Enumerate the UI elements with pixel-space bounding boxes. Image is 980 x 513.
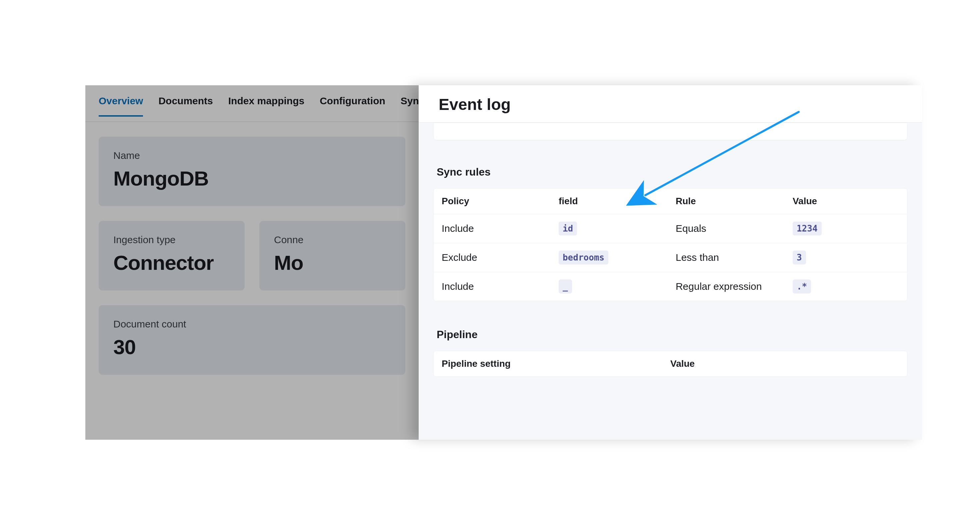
pipeline-header-row: Pipeline setting Value [434, 351, 907, 376]
event-log-flyout: Event log Sync rules Policy field Rule V… [418, 85, 922, 440]
policy-cell: Include [442, 223, 558, 234]
policy-cell: Exclude [442, 252, 558, 263]
rule-cell: Less than [676, 252, 793, 263]
field-chip: _ [558, 280, 572, 294]
sync-rules-section: Sync rules Policy field Rule Value Inclu… [433, 159, 907, 301]
card-name: Name MongoDB [99, 137, 405, 206]
card-ingestion-type: Ingestion type Connector [99, 221, 245, 291]
card-document-count: Document count 30 [99, 305, 405, 375]
sync-rule-row: Include _ Regular expression .* [434, 272, 907, 301]
ingestion-value: Connector [113, 251, 230, 275]
field-chip: id [558, 222, 577, 235]
pipeline-setting-header: Pipeline setting [442, 359, 670, 369]
field-chip: bedrooms [558, 251, 608, 265]
pipeline-value-header: Value [670, 359, 899, 369]
connector-value: Mo [274, 251, 391, 275]
connector-label: Conne [274, 234, 391, 246]
overview-panel: Overview Documents Index mappings Config… [85, 85, 418, 440]
header-field: field [558, 196, 676, 206]
value-chip: 1234 [793, 222, 822, 235]
name-label: Name [113, 150, 391, 161]
name-value: MongoDB [113, 167, 391, 190]
pipeline-title: Pipeline [433, 321, 907, 351]
header-value: Value [793, 196, 899, 206]
tab-bar: Overview Documents Index mappings Config… [85, 85, 418, 122]
sync-rules-header-row: Policy field Rule Value [434, 189, 907, 214]
tab-documents[interactable]: Documents [158, 95, 213, 115]
header-rule: Rule [676, 196, 793, 206]
rule-cell: Equals [676, 223, 793, 234]
rule-cell: Regular expression [676, 281, 793, 292]
sync-rules-table: Policy field Rule Value Include id Equal… [433, 188, 907, 301]
header-policy: Policy [442, 196, 558, 206]
policy-cell: Include [442, 281, 558, 292]
tab-overview[interactable]: Overview [99, 95, 143, 117]
value-chip: .* [793, 280, 811, 294]
tab-sync[interactable]: Sync [401, 95, 418, 115]
ingestion-label: Ingestion type [113, 234, 230, 246]
doc-count-value: 30 [113, 335, 391, 359]
flyout-header: Event log [418, 85, 922, 122]
card-connector: Conne Mo [259, 221, 405, 291]
flyout-title: Event log [439, 95, 902, 114]
previous-section-edge [433, 122, 907, 141]
pipeline-section: Pipeline Pipeline setting Value [433, 321, 907, 377]
pipeline-table: Pipeline setting Value [433, 351, 907, 377]
tab-configuration[interactable]: Configuration [320, 95, 385, 115]
sync-rule-row: Exclude bedrooms Less than 3 [434, 243, 907, 272]
doc-count-label: Document count [113, 318, 391, 330]
value-chip: 3 [793, 251, 806, 265]
sync-rule-row: Include id Equals 1234 [434, 214, 907, 243]
tab-index-mappings[interactable]: Index mappings [228, 95, 304, 115]
sync-rules-title: Sync rules [433, 159, 907, 188]
